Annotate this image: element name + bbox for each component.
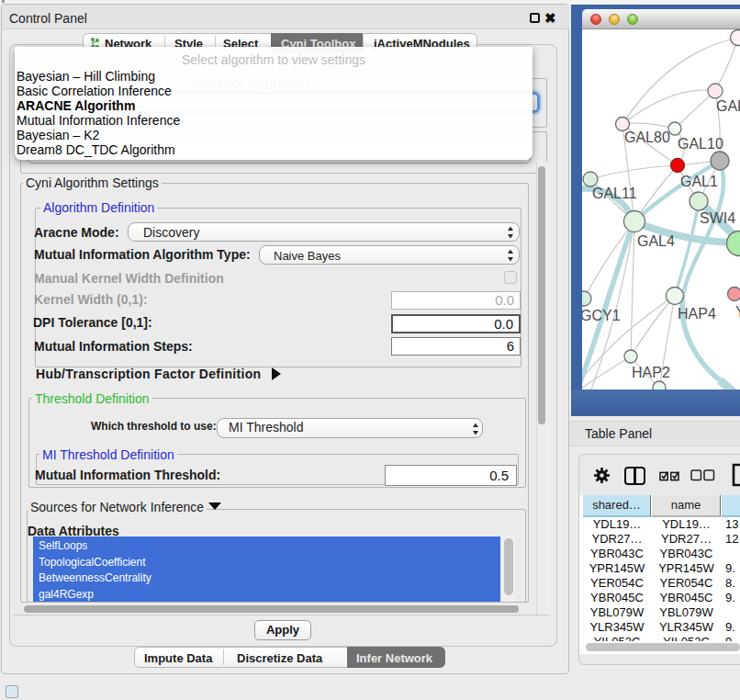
svg-text:GAL10: GAL10 (678, 136, 723, 152)
svg-text:GAL11: GAL11 (592, 186, 637, 201)
svg-text:GCY1: GCY1 (582, 308, 621, 323)
svg-text:SWI4: SWI4 (700, 210, 735, 226)
svg-text:HAP4: HAP4 (678, 306, 716, 322)
svg-text:HAP2: HAP2 (632, 365, 670, 380)
svg-text:GAL1: GAL1 (680, 174, 718, 189)
svg-text:GAL80: GAL80 (624, 130, 670, 145)
svg-text:Y: Y (735, 304, 740, 320)
svg-text:GAL7: GAL7 (716, 98, 740, 114)
svg-text:GAL4: GAL4 (637, 233, 675, 249)
